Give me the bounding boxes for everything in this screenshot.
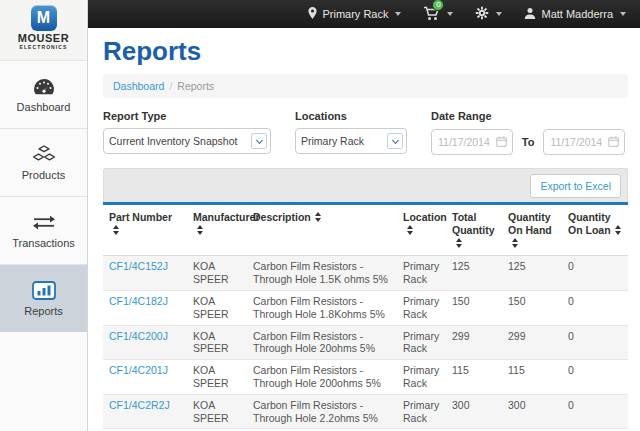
table-row: CF1/4C200J KOA SPEER Carbon Film Resisto… bbox=[103, 325, 628, 360]
part-number-cell: CF1/4C182J bbox=[103, 290, 187, 325]
column-header[interactable]: Quantity On Hand bbox=[502, 205, 562, 256]
quantity-on-hand-cell: 299 bbox=[502, 325, 562, 360]
description-cell: Carbon Film Resistors - Through Hole 1.5… bbox=[247, 256, 397, 291]
locations-select[interactable]: Primary Rack bbox=[295, 128, 407, 154]
brand-subname: ELECTRONICS bbox=[0, 44, 87, 51]
quantity-on-loan-cell: 0 bbox=[562, 360, 628, 395]
quantity-on-hand-cell: 300 bbox=[502, 394, 562, 429]
locations-value: Primary Rack bbox=[296, 135, 387, 147]
location-cell: Primary Rack bbox=[397, 290, 446, 325]
app-window: M MOUSER ELECTRONICS Dashboard bbox=[0, 0, 640, 431]
chevron-down-icon bbox=[387, 133, 403, 149]
date-to-input[interactable]: 11/17/2014 bbox=[543, 129, 625, 155]
location-pin-icon bbox=[308, 7, 317, 21]
manufacturer-cell: KOA SPEER bbox=[187, 394, 247, 429]
breadcrumb: Dashboard/Reports bbox=[103, 74, 628, 98]
report-filters: Report Type Current Inventory Snapshot L… bbox=[103, 110, 628, 155]
sidebar-item-transactions[interactable]: Transactions bbox=[0, 196, 87, 264]
part-number-link[interactable]: CF1/4C2R2J bbox=[109, 399, 170, 411]
panel-heading: Export to Excel bbox=[103, 168, 628, 202]
column-header[interactable]: Total Quantity bbox=[446, 205, 502, 256]
sort-icon bbox=[407, 225, 414, 235]
location-cell: Primary Rack bbox=[397, 360, 446, 395]
manufacturer-cell: KOA SPEER bbox=[187, 256, 247, 291]
sidebar-item-reports[interactable]: Reports bbox=[0, 264, 87, 332]
sidebar-item-label: Dashboard bbox=[17, 101, 71, 113]
date-from-value: 11/17/2014 bbox=[432, 136, 496, 148]
location-cell: Primary Rack bbox=[397, 394, 446, 429]
user-menu[interactable]: Matt Madderra bbox=[524, 7, 626, 21]
total-quantity-cell: 300 bbox=[446, 394, 502, 429]
mouser-logo[interactable]: M MOUSER ELECTRONICS bbox=[0, 0, 87, 60]
report-type-select[interactable]: Current Inventory Snapshot bbox=[103, 128, 271, 154]
sidebar-item-label: Transactions bbox=[12, 237, 75, 249]
column-header-label: Part Number bbox=[109, 211, 172, 223]
quantity-on-hand-cell: 150 bbox=[502, 290, 562, 325]
table-row: CF1/4C2R2J KOA SPEER Carbon Film Resisto… bbox=[103, 394, 628, 429]
report-results-panel: Export to Excel Part NumberManufacturerD… bbox=[103, 168, 628, 431]
column-header-label: Quantity On Hand bbox=[508, 211, 552, 236]
column-header[interactable]: Description bbox=[247, 205, 397, 256]
inventory-table: Part NumberManufacturerDescriptionLocati… bbox=[103, 205, 628, 431]
breadcrumb-current: Reports bbox=[177, 80, 214, 92]
total-quantity-cell: 125 bbox=[446, 256, 502, 291]
topbar: Primary Rack 0 bbox=[88, 0, 640, 28]
column-header[interactable]: Quantity On Loan bbox=[562, 205, 628, 256]
sidebar-nav: Dashboard Products bbox=[0, 60, 87, 332]
column-header-label: Location bbox=[403, 211, 447, 223]
sidebar-item-products[interactable]: Products bbox=[0, 128, 87, 196]
column-header[interactable]: Part Number bbox=[103, 205, 187, 256]
quantity-on-loan-cell: 0 bbox=[562, 394, 628, 429]
sidebar: M MOUSER ELECTRONICS Dashboard bbox=[0, 0, 88, 431]
location-label: Primary Rack bbox=[322, 8, 388, 20]
report-type-group: Report Type Current Inventory Snapshot bbox=[103, 110, 271, 155]
table-header-row: Part NumberManufacturerDescriptionLocati… bbox=[103, 205, 628, 256]
date-to-value: 11/17/2014 bbox=[544, 136, 608, 148]
description-cell: Carbon Film Resistors - Through Hole 2.2… bbox=[247, 394, 397, 429]
description-cell: Carbon Film Resistors - Through Hole 1.8… bbox=[247, 290, 397, 325]
report-type-label: Report Type bbox=[103, 110, 271, 122]
part-number-link[interactable]: CF1/4C182J bbox=[109, 295, 168, 307]
part-number-link[interactable]: CF1/4C152J bbox=[109, 260, 168, 272]
part-number-cell: CF1/4C201J bbox=[103, 360, 187, 395]
sidebar-item-dashboard[interactable]: Dashboard bbox=[0, 60, 87, 128]
location-cell: Primary Rack bbox=[397, 325, 446, 360]
cubes-icon bbox=[32, 144, 56, 164]
report-type-value: Current Inventory Snapshot bbox=[104, 135, 251, 147]
user-name-label: Matt Madderra bbox=[541, 8, 613, 20]
quantity-on-loan-cell: 0 bbox=[562, 256, 628, 291]
manufacturer-cell: KOA SPEER bbox=[187, 360, 247, 395]
manufacturer-cell: KOA SPEER bbox=[187, 290, 247, 325]
location-selector[interactable]: Primary Rack bbox=[308, 7, 401, 21]
sort-icon bbox=[315, 212, 322, 222]
column-header-label: Total Quantity bbox=[452, 211, 495, 236]
caret-down-icon bbox=[620, 12, 626, 16]
chevron-down-icon bbox=[251, 133, 267, 149]
part-number-link[interactable]: CF1/4C201J bbox=[109, 364, 168, 376]
date-range-label: Date Range bbox=[431, 110, 640, 122]
description-cell: Carbon Film Resistors - Through Hole 200… bbox=[247, 360, 397, 395]
cart-button[interactable]: 0 bbox=[423, 6, 453, 23]
bar-chart-icon bbox=[32, 280, 56, 300]
gear-icon bbox=[475, 6, 489, 22]
caret-down-icon bbox=[447, 12, 453, 16]
settings-menu[interactable] bbox=[475, 6, 502, 22]
description-cell: Carbon Film Resistors - Through Hole 20o… bbox=[247, 325, 397, 360]
quantity-on-hand-cell: 115 bbox=[502, 360, 562, 395]
breadcrumb-dashboard-link[interactable]: Dashboard bbox=[113, 80, 164, 92]
total-quantity-cell: 299 bbox=[446, 325, 502, 360]
location-cell: Primary Rack bbox=[397, 256, 446, 291]
column-header[interactable]: Manufacturer bbox=[187, 205, 247, 256]
date-from-input[interactable]: 11/17/2014 bbox=[431, 129, 513, 155]
breadcrumb-separator: / bbox=[169, 80, 172, 92]
export-to-excel-button[interactable]: Export to Excel bbox=[530, 174, 621, 198]
column-header[interactable]: Location bbox=[397, 205, 446, 256]
part-number-link[interactable]: CF1/4C200J bbox=[109, 330, 168, 342]
part-number-cell: CF1/4C2R2J bbox=[103, 394, 187, 429]
sort-icon bbox=[512, 238, 519, 248]
mouser-logo-icon: M bbox=[31, 5, 57, 31]
sidebar-item-label: Products bbox=[22, 169, 65, 181]
sort-icon bbox=[456, 238, 463, 248]
locations-group: Locations Primary Rack bbox=[295, 110, 407, 155]
date-to-label: To bbox=[522, 136, 535, 148]
